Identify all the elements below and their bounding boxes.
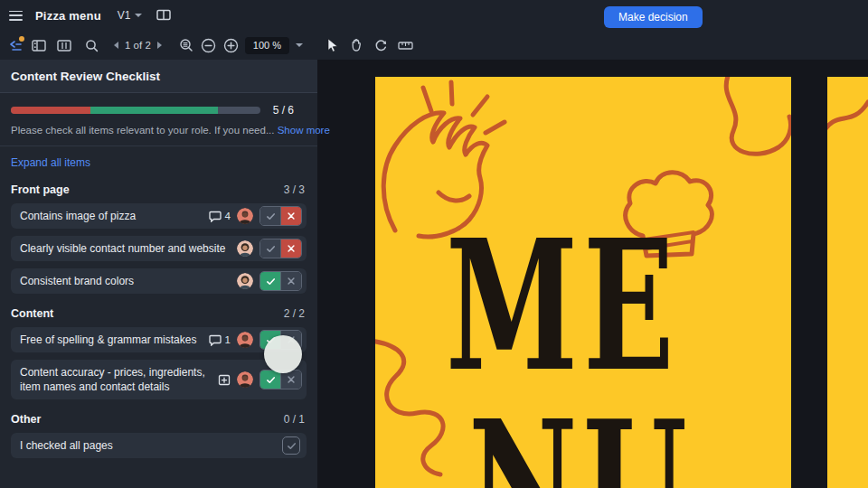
page-indicator: 1 of 2 [125,40,151,51]
poster-word-line1: ME [446,217,680,396]
comment-icon [209,211,222,222]
hamburger-menu-icon[interactable] [9,11,23,21]
document-canvas[interactable]: ME NU [317,60,868,488]
approve-option[interactable] [260,239,280,258]
checklist-progress: 5 / 6 [11,104,307,117]
progress-approved-segment [90,107,218,114]
search-icon[interactable] [81,35,101,55]
menu-page-1[interactable]: ME NU [375,77,791,488]
zoom-level-value: 100 % [253,40,281,51]
top-bar: Pizza menu V1 Make decision [0,0,868,31]
zoom-out-icon[interactable] [199,35,219,55]
checklist-item[interactable]: Consistent brand colors [11,268,307,294]
version-dropdown[interactable]: V1 [118,9,143,22]
checklist-item[interactable]: Contains image of pizza 4 [11,203,307,229]
select-cursor-icon[interactable] [323,35,343,55]
reject-option[interactable] [280,331,301,349]
toolbar: 1 of 2 100 % [0,31,868,61]
zoom-level-control[interactable]: 100 % [245,37,289,54]
progress-bar [11,107,260,114]
pages-panel-icon[interactable] [29,35,49,55]
measure-ruler-icon[interactable] [396,35,416,55]
approval-toggle[interactable] [259,239,302,258]
checklist-description: Please check all items relevant to your … [11,125,307,136]
section-content: Content 2 / 2 [11,307,307,320]
reject-option[interactable] [280,207,301,225]
document-title: Pizza menu [35,9,101,23]
checklist-item[interactable]: Clearly visible contact number and websi… [11,236,307,261]
comment-count: 1 [225,334,231,345]
add-comment-button[interactable] [218,374,231,386]
approval-toggle[interactable] [259,370,302,389]
zoom-area-icon[interactable] [176,35,196,55]
reject-option[interactable] [280,239,301,258]
approve-option[interactable] [260,371,280,389]
checklist-header: Content Review Checklist [0,60,317,93]
progress-rejected-segment [11,107,90,114]
divider [0,145,317,146]
add-comment-icon [218,374,231,386]
spread-view-icon[interactable] [54,35,74,55]
avatar[interactable] [237,332,253,348]
avatar[interactable] [237,240,253,257]
show-more-link[interactable]: Show more [278,125,330,136]
comments-chip[interactable]: 1 [209,334,231,346]
zoom-in-icon[interactable] [222,35,241,55]
comment-count: 4 [225,211,231,221]
approval-toggle[interactable] [259,206,302,226]
checklist-panel-icon[interactable] [5,35,25,55]
approve-option[interactable] [260,331,280,349]
pan-hand-icon[interactable] [347,35,367,55]
checklist-item[interactable]: Free of spelling & grammar mistakes 1 [11,327,307,352]
section-other: Other 0 / 1 [11,413,307,426]
compare-pages-icon[interactable] [156,9,171,22]
approve-option[interactable] [260,207,280,225]
approval-toggle[interactable] [259,330,302,350]
comments-chip[interactable]: 4 [209,211,231,222]
poster-word-line2: NU [468,398,693,488]
notification-dot [19,36,24,42]
avatar[interactable] [237,371,253,388]
reject-option[interactable] [280,272,301,290]
checklist-title: Content Review Checklist [11,70,160,83]
comment-icon [209,334,222,346]
previous-page-icon[interactable] [114,42,118,49]
zoom-dropdown-icon[interactable] [296,43,303,47]
approval-toggle[interactable] [259,271,302,291]
checkbox-unchecked[interactable] [282,436,300,455]
next-page-icon[interactable] [157,42,162,49]
make-decision-button[interactable]: Make decision [604,6,703,28]
progress-count: 5 / 6 [273,104,307,117]
checklist-item[interactable]: Content accuracy - prices, ingredients, … [11,360,307,399]
rotate-icon[interactable] [372,35,392,55]
chevron-down-icon [135,14,142,17]
section-front-page: Front page 3 / 3 [11,183,307,196]
page-navigator: 1 of 2 [114,40,162,51]
avatar[interactable] [237,208,253,224]
expand-all-link[interactable]: Expand all items [11,156,90,169]
checklist-panel: Content Review Checklist 5 / 6 Please ch… [0,60,317,488]
approve-option[interactable] [260,272,280,290]
checklist-item[interactable]: I checked all pages [11,433,307,458]
version-label: V1 [118,9,131,22]
reject-option[interactable] [280,371,301,389]
avatar[interactable] [237,273,253,289]
menu-page-2-edge[interactable] [827,77,868,488]
